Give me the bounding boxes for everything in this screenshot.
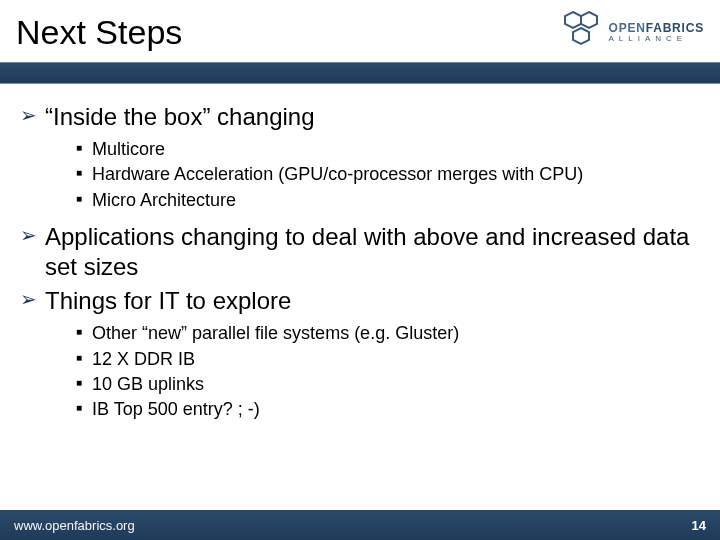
sublist: ■ Other “new” parallel file systems (e.g… — [76, 322, 700, 422]
square-bullet-icon: ■ — [76, 163, 82, 183]
bullet-level2: ■ Multicore — [76, 138, 700, 161]
sublist: ■ Multicore ■ Hardware Acceleration (GPU… — [76, 138, 700, 212]
bullet-text: “Inside the box” changing — [45, 102, 315, 132]
bullet-level2: ■ 10 GB uplinks — [76, 373, 700, 396]
bullet-level1: ➢ Applications changing to deal with abo… — [20, 222, 700, 282]
square-bullet-icon: ■ — [76, 373, 82, 393]
logo-word-open: OPEN — [609, 21, 646, 35]
bullet-level2: ■ Other “new” parallel file systems (e.g… — [76, 322, 700, 345]
bullet-text: Micro Architecture — [92, 189, 236, 212]
page-number: 14 — [692, 518, 706, 533]
bullet-text: Other “new” parallel file systems (e.g. … — [92, 322, 459, 345]
bullet-level1: ➢ Things for IT to explore — [20, 286, 700, 316]
bullet-text: 12 X DDR IB — [92, 348, 195, 371]
square-bullet-icon: ■ — [76, 138, 82, 158]
square-bullet-icon: ■ — [76, 398, 82, 418]
square-bullet-icon: ■ — [76, 322, 82, 342]
svg-marker-0 — [565, 12, 581, 28]
logo-line2: ALLIANCE — [609, 35, 705, 43]
bullet-level2: ■ 12 X DDR IB — [76, 348, 700, 371]
header-band — [0, 62, 720, 84]
logo-line1: OPENFABRICS — [609, 22, 705, 34]
footer-bar: www.openfabrics.org 14 — [0, 510, 720, 540]
bullet-level1: ➢ “Inside the box” changing — [20, 102, 700, 132]
arrow-bullet-icon: ➢ — [20, 102, 37, 128]
arrow-bullet-icon: ➢ — [20, 286, 37, 312]
slide-title: Next Steps — [16, 13, 182, 52]
content-area: ➢ “Inside the box” changing ■ Multicore … — [0, 84, 720, 540]
bullet-text: Multicore — [92, 138, 165, 161]
arrow-bullet-icon: ➢ — [20, 222, 37, 248]
bullet-text: Hardware Acceleration (GPU/co-processor … — [92, 163, 583, 186]
footer-url: www.openfabrics.org — [14, 518, 135, 533]
openfabrics-logo: OPENFABRICS ALLIANCE — [559, 10, 705, 54]
bullet-level2: ■ Micro Architecture — [76, 189, 700, 212]
bullet-text: IB Top 500 entry? ; -) — [92, 398, 260, 421]
bullet-text: Things for IT to explore — [45, 286, 291, 316]
bullet-text: Applications changing to deal with above… — [45, 222, 700, 282]
bullet-level2: ■ Hardware Acceleration (GPU/co-processo… — [76, 163, 700, 186]
logo-word-fabrics: FABRICS — [646, 21, 704, 35]
slide: Next Steps OPENFABRICS ALLIANCE — [0, 0, 720, 540]
bullet-text: 10 GB uplinks — [92, 373, 204, 396]
bullet-level2: ■ IB Top 500 entry? ; -) — [76, 398, 700, 421]
square-bullet-icon: ■ — [76, 348, 82, 368]
svg-marker-2 — [573, 28, 589, 44]
logo-text: OPENFABRICS ALLIANCE — [609, 22, 705, 43]
square-bullet-icon: ■ — [76, 189, 82, 209]
svg-marker-1 — [581, 12, 597, 28]
header: Next Steps OPENFABRICS ALLIANCE — [0, 0, 720, 58]
hex-logo-icon — [559, 10, 603, 54]
